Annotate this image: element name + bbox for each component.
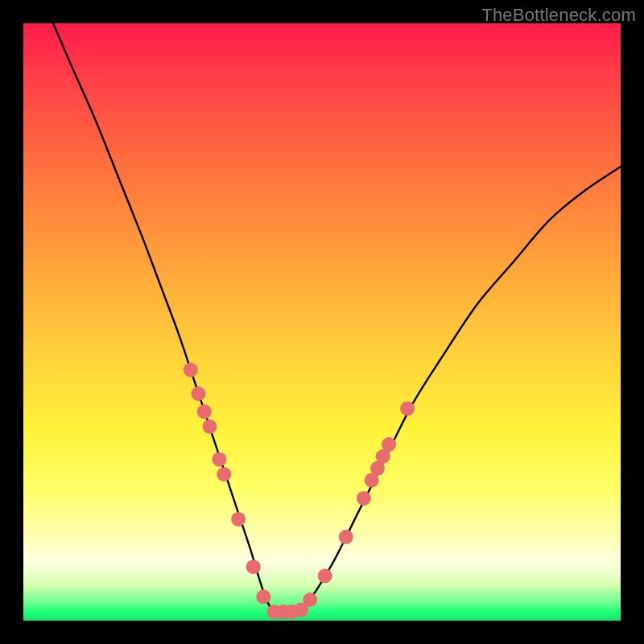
curve-marker: [197, 404, 212, 419]
curve-marker: [231, 512, 246, 526]
curve-marker: [191, 386, 205, 401]
curve-marker: [400, 402, 415, 416]
marker-group: [184, 362, 415, 619]
curve-marker: [246, 559, 261, 574]
curve-marker: [303, 592, 317, 607]
curve-marker: [357, 491, 371, 506]
curve-marker: [318, 568, 332, 583]
chart-frame: TheBottleneck.com: [0, 0, 644, 644]
curve-marker: [184, 362, 198, 377]
curve-svg: [23, 23, 621, 621]
bottleneck-curve: [53, 23, 621, 612]
curve-marker: [203, 419, 217, 434]
plot-area: [23, 23, 621, 621]
curve-marker: [339, 530, 353, 544]
curve-marker: [217, 467, 231, 481]
curve-marker: [256, 589, 270, 604]
curve-marker: [212, 452, 226, 467]
curve-marker: [382, 437, 396, 452]
